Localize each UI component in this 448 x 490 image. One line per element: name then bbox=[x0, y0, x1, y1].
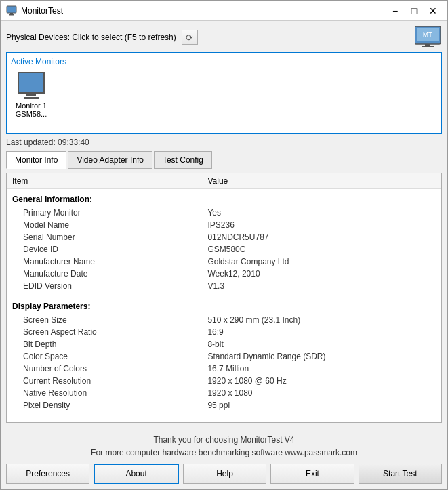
table-row: Primary MonitorYes bbox=[7, 207, 441, 219]
window-controls: − □ ✕ bbox=[386, 4, 442, 18]
about-button[interactable]: About bbox=[94, 464, 178, 484]
monitor-device-icon bbox=[18, 72, 45, 94]
monitors-panel-title: Active Monitors bbox=[11, 57, 437, 66]
titlebar: MonitorTest − □ ✕ bbox=[1, 1, 447, 21]
svg-rect-0 bbox=[7, 6, 16, 13]
table-row: Manufacturer NameGoldstar Company Ltd bbox=[7, 256, 441, 268]
device-label: Physical Devices: Click to select (F5 to… bbox=[6, 33, 176, 42]
refresh-icon: ⟳ bbox=[186, 33, 193, 43]
svg-rect-4 bbox=[425, 44, 430, 46]
info-panel: Item Value General Information:Primary M… bbox=[6, 173, 442, 423]
table-row: Model NameIPS236 bbox=[7, 219, 441, 231]
start-test-button[interactable]: Start Test bbox=[359, 464, 442, 484]
monitor-item[interactable]: Monitor 1 GSM58... bbox=[11, 72, 52, 118]
device-bar: Physical Devices: Click to select (F5 to… bbox=[6, 26, 442, 48]
col-value: Value bbox=[202, 173, 441, 189]
table-row: Display Parameters: bbox=[7, 296, 441, 314]
footer-message: Thank you for choosing MonitorTest V4 Fo… bbox=[1, 428, 447, 464]
bottom-buttons: Preferences About Help Exit Start Test bbox=[1, 464, 447, 489]
svg-rect-5 bbox=[422, 46, 434, 47]
info-table[interactable]: Item Value General Information:Primary M… bbox=[7, 173, 441, 422]
last-updated: Last updated: 09:33:40 bbox=[6, 138, 442, 147]
tab-monitor-info[interactable]: Monitor Info bbox=[6, 151, 66, 169]
preferences-button[interactable]: Preferences bbox=[6, 464, 89, 484]
main-content: Physical Devices: Click to select (F5 to… bbox=[1, 21, 447, 428]
footer-line1: Thank you for choosing MonitorTest V4 bbox=[1, 434, 447, 447]
minimize-button[interactable]: − bbox=[386, 4, 404, 18]
table-row: Serial Number012NDCR5U787 bbox=[7, 231, 441, 243]
table-row: Pixel Density95 ppi bbox=[7, 399, 441, 411]
maximize-button[interactable]: □ bbox=[405, 4, 423, 18]
svg-rect-2 bbox=[9, 14, 14, 16]
tab-video-adapter[interactable]: Video Adapter Info bbox=[68, 151, 152, 169]
exit-button[interactable]: Exit bbox=[270, 464, 354, 484]
footer-line2: For more computer hardware benchmarking … bbox=[1, 447, 447, 460]
app-icon bbox=[6, 5, 17, 16]
table-row: Manufacture DateWeek12, 2010 bbox=[7, 268, 441, 280]
monitor-name: Monitor 1 GSM58... bbox=[16, 102, 47, 118]
main-window: MonitorTest − □ ✕ Physical Devices: Clic… bbox=[0, 0, 448, 490]
tabs-row: Monitor Info Video Adapter Info Test Con… bbox=[6, 151, 442, 169]
table-row: Additional Parameters: bbox=[7, 415, 441, 422]
table-row: Bit Depth8-bit bbox=[7, 338, 441, 350]
table-row: Device IDGSM580C bbox=[7, 243, 441, 256]
table-row: Native Resolution1920 x 1080 bbox=[7, 387, 441, 399]
monitor-info-table: Item Value General Information:Primary M… bbox=[7, 173, 441, 422]
monitors-panel: Active Monitors Monitor 1 GSM58... bbox=[6, 52, 442, 134]
table-row: Screen Size510 x 290 mm (23.1 Inch) bbox=[7, 314, 441, 326]
refresh-button[interactable]: ⟳ bbox=[182, 30, 198, 45]
window-title: MonitorTest bbox=[21, 6, 386, 16]
svg-text:MT: MT bbox=[423, 31, 432, 39]
close-button[interactable]: ✕ bbox=[424, 4, 442, 18]
table-row: Color SpaceStandard Dynamic Range (SDR) bbox=[7, 350, 441, 363]
col-item: Item bbox=[7, 173, 202, 189]
help-button[interactable]: Help bbox=[183, 464, 266, 484]
svg-rect-1 bbox=[10, 13, 13, 14]
table-row: EDID VersionV1.3 bbox=[7, 280, 441, 292]
table-row: General Information: bbox=[7, 189, 441, 207]
tab-test-config[interactable]: Test Config bbox=[154, 151, 212, 169]
table-row: Current Resolution1920 x 1080 @ 60 Hz bbox=[7, 375, 441, 387]
table-row: Number of Colors16.7 Million bbox=[7, 363, 441, 375]
monitor-icon-top: MT bbox=[415, 26, 442, 48]
table-row: Screen Aspect Ratio16:9 bbox=[7, 326, 441, 338]
